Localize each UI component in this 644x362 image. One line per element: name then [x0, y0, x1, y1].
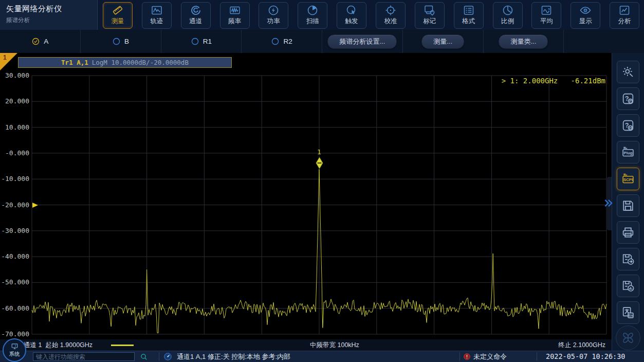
expand-panel-chevron-icon[interactable] [603, 197, 614, 209]
receiver-cell: 频谱分析设置... [322, 30, 403, 53]
sidebar-button-help-manual[interactable]: ?H [617, 114, 639, 137]
receiver-cell: 测量类... [484, 30, 564, 53]
system-button[interactable]: 系统 [3, 338, 26, 362]
receiver-bar: ABR1R2频谱分析设置...测量...测量类... [0, 30, 644, 53]
save-icon [621, 198, 635, 213]
toolbar-slot: 平均 [527, 1, 566, 29]
save-export-icon [621, 252, 635, 266]
receiver-cell-empty [564, 30, 644, 53]
toolbar-button-label: 功率 [259, 17, 288, 26]
search-icon[interactable] [140, 353, 148, 361]
y-axis-tick: -30.000 [0, 227, 29, 235]
y-axis-tick: -0.000 [0, 149, 29, 157]
statusbar-divider [459, 352, 460, 361]
toolbar-button-frequency[interactable]: 频率 [220, 2, 250, 29]
receiver-radio-R2[interactable]: R2 [271, 37, 292, 46]
receiver-cell: A [0, 30, 81, 53]
marker-1-icon [316, 157, 323, 169]
trace-title-bar[interactable]: Tr1 A,1 LogM 10.0000dB/-20.0000dB [18, 57, 232, 68]
toolbar-button-trace[interactable]: 轨迹 [142, 2, 172, 29]
spectrum-chart [32, 76, 606, 334]
sidebar-button-scpi[interactable]: SCPI [617, 168, 639, 190]
toolbar-button-label: 分析 [610, 17, 639, 26]
receiver-radio-A[interactable]: A [31, 37, 48, 46]
toolbar-button-label: 显示 [571, 17, 600, 26]
toolbar-button-display[interactable]: 显示 [571, 2, 600, 29]
toolbar-slot: 校准 [371, 1, 410, 29]
measure-icon [112, 4, 124, 16]
plug-icon: Plug [621, 145, 635, 159]
y-axis-tick: -50.000 [0, 278, 29, 286]
sidebar-button-settings[interactable] [617, 61, 639, 83]
toolbar-button-label: 测量 [103, 17, 132, 26]
y-axis-tick: 20.000 [0, 97, 29, 105]
radio-checked-icon [31, 37, 40, 46]
nav-flower-button[interactable] [616, 325, 640, 350]
toolbar-button-power[interactable]: 功率 [259, 2, 288, 29]
receiver-cell: B [81, 30, 161, 53]
app-title: 矢量网络分析仪 [6, 4, 97, 14]
measure-class-button[interactable]: 测量类... [499, 34, 548, 49]
datetime: 2022-05-07 10:26:30 [546, 351, 625, 362]
display-icon [579, 4, 592, 16]
footer-channel-start: 通道 1 起始 1.9000GHz [24, 339, 93, 351]
toolbar-button-scale[interactable]: 比例 [493, 2, 523, 29]
power-icon [267, 4, 280, 16]
toolbar-button-label: 轨迹 [142, 17, 171, 26]
toolbar-button-label: 标记 [415, 17, 444, 26]
search-input[interactable] [33, 352, 135, 361]
system-icon [10, 342, 19, 350]
measure-dialog-button[interactable]: 测量... [421, 34, 464, 49]
toolbar-button-measure[interactable]: 测量 [103, 2, 133, 29]
toolbar-button-format[interactable]: 格式 [454, 2, 484, 29]
app-title-block: 矢量网络分析仪 频谱分析 [0, 0, 98, 30]
sidebar-button-help-part[interactable]: ?P [617, 87, 639, 110]
trace-icon [151, 4, 163, 16]
trace-format: LogM 10.0000dB/-20.0000dB [92, 59, 189, 66]
channel-tab[interactable]: 1 [0, 53, 17, 70]
toolbar-button-average[interactable]: 平均 [531, 2, 561, 29]
toolbar-button-label: 频率 [220, 17, 249, 26]
toolbar-button-marker[interactable]: 标记 [415, 2, 445, 29]
toolbar-slot: 功率 [254, 1, 293, 29]
svg-text:Plug: Plug [623, 151, 632, 155]
toolbar-slot: 测量 [98, 1, 137, 29]
toolbar-button-channel[interactable]: 通道 [181, 2, 211, 29]
y-axis-tick: -20.000 [0, 201, 29, 209]
spectrum-settings-button[interactable]: 频谱分析设置... [327, 34, 397, 49]
topbar: 矢量网络分析仪 频谱分析 测量轨迹通道频率功率扫描触发校准标记格式比例平均显示分… [0, 0, 644, 30]
toolbar-slot: 轨迹 [137, 1, 176, 29]
frequency-icon [229, 4, 241, 16]
marker-icon [424, 4, 436, 16]
analysis-icon [618, 4, 631, 16]
sidebar-button-save-data[interactable] [617, 275, 639, 297]
print-icon [621, 225, 635, 240]
receiver-radio-B[interactable]: B [112, 37, 129, 46]
channel-tab-number: 1 [3, 54, 7, 61]
sweep-icon [306, 4, 319, 16]
sidebar-button-translate[interactable]: En [617, 301, 639, 324]
format-icon [463, 4, 475, 16]
toolbar-button-trigger[interactable]: 触发 [337, 2, 366, 29]
toolbar-slot: 扫描 [293, 1, 332, 29]
trace-name: Tr1 A,1 [61, 59, 88, 66]
toolbar-slot: 触发 [332, 1, 371, 29]
statusbar: 通道1 A,1 修正:关 控制:本地 参考:内部 未定义命令 2022-05-0… [0, 351, 644, 362]
receiver-radio-R1[interactable]: R1 [191, 37, 212, 46]
radio-unchecked-icon [112, 37, 121, 46]
toolbar-button-sweep[interactable]: 扫描 [298, 2, 327, 29]
sidebar-button-save[interactable] [617, 194, 639, 217]
receiver-cell: R2 [242, 30, 322, 53]
receiver-cell: R1 [161, 30, 242, 53]
svg-text:En: En [628, 314, 633, 317]
sidebar-button-save-export[interactable] [617, 248, 639, 270]
toolbar-button-label: 通道 [181, 17, 210, 26]
toolbar-button-calibration[interactable]: 校准 [376, 2, 406, 29]
toolbar-slot: 频率 [215, 1, 254, 29]
y-axis-tick: -10.000 [0, 175, 29, 183]
sidebar-button-print[interactable] [617, 221, 639, 244]
toolbar-button-analysis[interactable]: 分析 [610, 2, 639, 29]
sidebar-button-plug[interactable]: Plug [617, 141, 639, 164]
plot-area: 1 Tr1 A,1 LogM 10.0000dB/-20.0000dB 30.0… [0, 53, 612, 339]
app-mode: 频谱分析 [6, 16, 97, 24]
